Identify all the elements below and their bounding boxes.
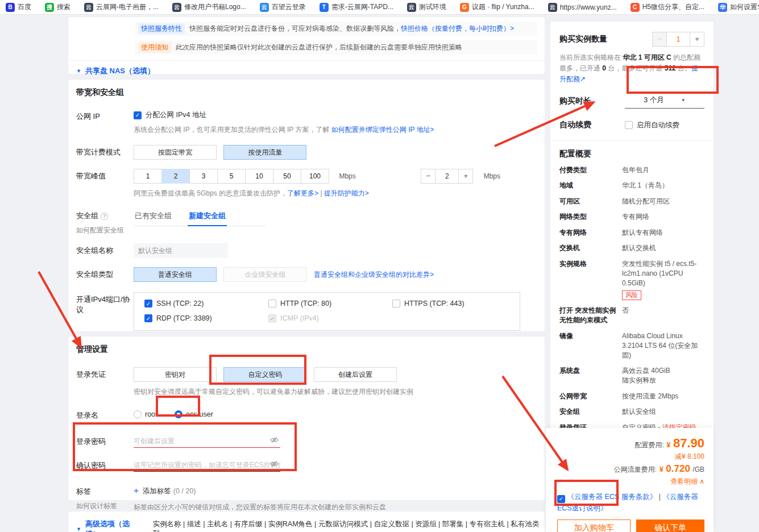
sg-compare-link[interactable]: 普通安全组和企业级安全组的对比差异> (314, 271, 434, 279)
bookmark-item[interactable]: CH5微信分享、自定... (631, 2, 704, 12)
bookmark-label: 百度 (18, 2, 31, 12)
sg-name-input[interactable] (134, 243, 228, 258)
billing-fixed-bandwidth-button[interactable]: 按固定带宽 (134, 145, 217, 160)
sg-type-enterprise-button[interactable]: 企业级安全组 (223, 267, 306, 282)
login-password-input[interactable] (134, 434, 280, 448)
gitlab-icon: G (460, 3, 469, 12)
snapshot-price-link[interactable]: 快照价格（按量付费，每小时扣费）> (401, 24, 514, 32)
auto-renew-checkbox[interactable]: 启用自动续费 (625, 120, 704, 130)
bookmark-label: 搜索 (57, 2, 70, 12)
add-to-cart-button[interactable]: 加入购物车 (557, 519, 631, 532)
yunzhan-icon: 云 (84, 3, 93, 12)
confirm-password-label: 确认密码 (76, 458, 134, 471)
bookmark-label: 需求-云展网-TAPD... (331, 2, 393, 12)
order-summary-panel: 购买实例数量 − 1 + 当前所选实例规格在 华北 1 可用区 C 的总配额最多… (550, 22, 714, 532)
learn-more-link[interactable]: 了解更多> (287, 189, 318, 197)
bookmark-label: 测试环境 (419, 2, 446, 12)
bandwidth-plus-button[interactable]: + (458, 169, 473, 184)
http-port-checkbox[interactable]: HTTP (TCP: 80) (268, 300, 392, 307)
tag-help-link[interactable]: 如何设计标签 (76, 501, 134, 511)
bandwidth-option-3[interactable]: 3 (189, 169, 218, 184)
confirm-order-button[interactable]: 确认下单 (636, 519, 704, 532)
nas-section-toggle[interactable]: ▼ 共享盘 NAS（选填） (68, 61, 545, 76)
tab-new-security-group[interactable]: 新建安全组 (188, 209, 227, 226)
bandwidth-stepper-value[interactable]: 2 (436, 169, 458, 184)
ssh-port-checkbox[interactable]: ✓SSH (TCP: 22) (144, 300, 268, 307)
auto-renew-label: 自动续费 (559, 120, 591, 130)
cloud-icon: 云 (260, 3, 269, 12)
eye-off-icon[interactable] (270, 435, 280, 446)
snapshot-feature-tag: 快照服务特性 (138, 23, 185, 34)
bookmark-item[interactable]: 搜搜索 (45, 2, 70, 12)
bandwidth-stepper: − 2 + (421, 169, 473, 184)
paw-icon: 华 (718, 3, 727, 12)
bookmark-item[interactable]: 华如何设置华为 (718, 2, 759, 12)
bookmark-item[interactable]: B百度 (6, 2, 31, 12)
assign-ipv4-checkbox[interactable]: ✓ 分配公网 IPv4 地址 (134, 110, 206, 120)
advanced-options-toggle[interactable]: ▼ 高级选项（选填） 实例名称 | 描述 | 主机名 | 有序后缀 | 实例RA… (68, 512, 545, 532)
ddos-protection-note: 阿里云免费提供最高 5Gbps 的恶意流量攻击防护，了解更多> | 提升防护能力… (134, 189, 545, 198)
tab-existing-security-group[interactable]: 已有安全组 (134, 209, 173, 226)
tag-label: 标签 (76, 487, 134, 497)
bookmark-item[interactable]: 云https://www.yunz... (548, 3, 617, 12)
summary-row: 打开 突发性能实例 无性能约束模式否 (559, 306, 704, 325)
bandwidth-option-1[interactable]: 1 (134, 169, 162, 184)
bandwidth-option-10[interactable]: 10 (245, 169, 273, 184)
eip-config-link[interactable]: 如何配置并绑定弹性公网 IP 地址> (331, 126, 434, 134)
quantity-plus-button[interactable]: + (690, 32, 704, 47)
bookmark-item[interactable]: 云修改用户书籍Logo... (172, 2, 246, 12)
bandwidth-option-5[interactable]: 5 (217, 169, 246, 184)
eye-off-icon[interactable] (270, 459, 280, 469)
rdp-port-checkbox[interactable]: ✓RDP (TCP: 3389) (144, 314, 268, 322)
summary-row-instance-type: 实例规格突发性能实例 t5 / ecs.t5-lc2m1.nano (1vCPU… (559, 259, 704, 300)
bandwidth-option-50[interactable]: 50 (273, 169, 301, 184)
login-ecs-user-radio[interactable]: ecs-user (175, 410, 213, 418)
quota-note: 当前所选实例规格在 华北 1 可用区 C 的总配额最多，已开通 0 台，最多还可… (559, 52, 704, 85)
sg-help-link[interactable]: 如何配置安全组 (76, 226, 134, 235)
usage-notice: 使用须知 此次应用的快照策略仅针对此次创建的云盘进行保护，后续新创建的云盘需要单… (135, 40, 537, 55)
credential-set-later-button[interactable]: 创建后设置 (314, 367, 397, 382)
bookmark-item[interactable]: 云百望云登录 (260, 2, 306, 12)
radio-unchecked-icon (134, 410, 142, 418)
sg-type-label: 安全组类型 (76, 267, 134, 280)
csdn-icon: C (631, 3, 640, 12)
add-tag-button[interactable]: +添加标签(0 / 20) (134, 485, 545, 496)
confirm-password-input[interactable] (134, 458, 280, 472)
login-root-radio[interactable]: root (134, 410, 157, 418)
sg-type-normal-button[interactable]: 普通安全组 (134, 267, 217, 282)
caret-down-icon: ▼ (76, 68, 81, 74)
management-section-title: 管理设置 (68, 336, 545, 355)
duration-select[interactable]: 3 个月 ▼ (625, 94, 704, 109)
bandwidth-option-2[interactable]: 2 (161, 169, 190, 184)
snapshot-section-card: 快照服务特性 快照服务能定时对云盘进行备份，可应对病毒感染、数据误删等风险，快照… (68, 17, 545, 74)
public-ip-description: 系统会分配公网 IP，也可采用更加灵活的弹性公网 IP 方案，了解 如何配置并绑… (134, 125, 545, 135)
bookmark-item[interactable]: T需求-云展网-TAPD... (320, 2, 393, 12)
checkbox-unchecked-icon (268, 300, 276, 307)
bookmark-label: H5微信分享、自定... (642, 2, 704, 12)
credential-keypair-button[interactable]: 密钥对 (134, 367, 217, 382)
security-group-tabs: 已有安全组 新建安全组 (134, 209, 266, 226)
management-settings-card: 管理设置 登录凭证 密钥对 自定义密码 创建后设置 密钥对安全强度远高于常规自定… (68, 336, 545, 500)
help-icon[interactable]: ? (101, 213, 108, 220)
bandwidth-minus-button[interactable]: − (421, 169, 436, 184)
radio-checked-icon (175, 410, 183, 418)
https-port-checkbox[interactable]: HTTPS (TCP: 443) (392, 300, 516, 307)
bookmark-item[interactable]: 云测试环境 (407, 2, 446, 12)
bookmark-label: https://www.yunz... (560, 3, 617, 11)
ecs-terms-link[interactable]: 《云服务器 ECS 服务条款》 (567, 493, 657, 501)
quantity-minus-button[interactable]: − (652, 32, 667, 47)
bookmark-label: 修改用户书籍Logo... (184, 2, 246, 12)
bookmark-item[interactable]: G议题 · flip / Yunzha... (460, 2, 534, 12)
caret-down-icon: ▼ (76, 526, 81, 532)
terms-checkbox[interactable]: ✓ (557, 495, 565, 503)
bookmark-label: 百望云登录 (272, 2, 306, 12)
billing-by-traffic-button[interactable]: 按使用流量 (223, 145, 306, 160)
credential-custom-password-button[interactable]: 自定义密码 (223, 367, 306, 382)
tag-count: (0 / 20) (173, 487, 196, 495)
quantity-value[interactable]: 1 (667, 32, 690, 47)
sg-name-label: 安全组名称 (76, 243, 134, 256)
improve-protection-link[interactable]: 提升防护能力> (324, 189, 369, 197)
view-detail-link[interactable]: 查看明细 ∧ (557, 477, 704, 487)
bookmark-item[interactable]: 云云展网-电子画册，... (84, 2, 159, 12)
bandwidth-option-100[interactable]: 100 (301, 169, 329, 184)
